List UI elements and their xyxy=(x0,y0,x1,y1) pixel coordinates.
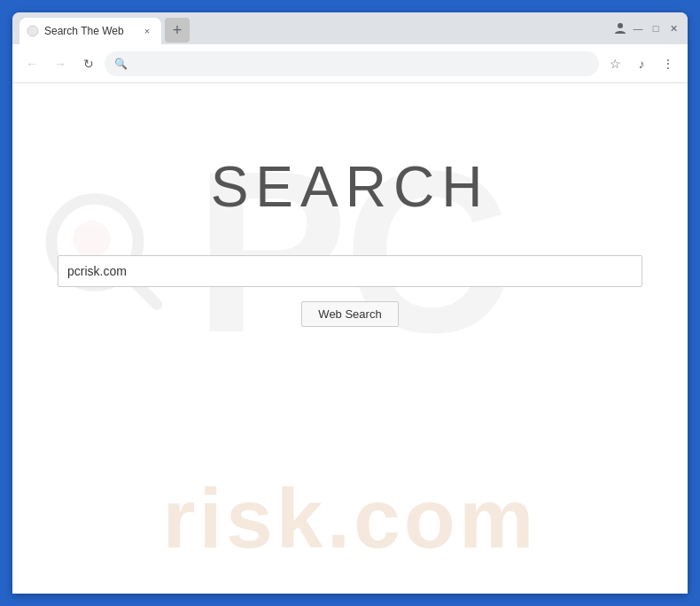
back-button[interactable]: ← xyxy=(19,51,44,76)
account-icon[interactable] xyxy=(613,21,627,35)
web-search-button[interactable]: Web Search xyxy=(301,301,398,327)
bookmark-icon[interactable]: ☆ xyxy=(603,51,627,76)
active-tab[interactable]: Search The Web × xyxy=(19,18,161,44)
search-container: SEARCH Web Search xyxy=(12,154,688,327)
search-input-wrapper xyxy=(58,255,642,287)
search-button-wrapper: Web Search xyxy=(301,301,398,327)
title-bar: Search The Web × + — □ ✕ xyxy=(12,12,688,44)
close-button[interactable]: ✕ xyxy=(666,21,681,35)
toolbar-right-icons: ☆ ♪ ⋮ xyxy=(603,51,681,76)
address-input[interactable] xyxy=(133,57,589,70)
page-content: PC risk.com SEARCH Web Search xyxy=(12,83,688,594)
forward-icon: → xyxy=(54,57,66,71)
svg-point-1 xyxy=(618,23,623,28)
maximize-button[interactable]: □ xyxy=(649,21,663,35)
tab-bar: Search The Web × + xyxy=(12,12,613,44)
menu-icon[interactable]: ⋮ xyxy=(656,51,681,76)
toolbar: ← → ↻ 🔍 ☆ ♪ ⋮ xyxy=(12,44,688,83)
minimize-button[interactable]: — xyxy=(631,21,645,35)
address-search-icon: 🔍 xyxy=(114,58,128,70)
cast-icon[interactable]: ♪ xyxy=(629,51,654,76)
new-tab-button[interactable]: + xyxy=(165,18,190,43)
back-icon: ← xyxy=(26,57,38,71)
search-title: SEARCH xyxy=(211,154,490,220)
svg-point-0 xyxy=(27,26,38,36)
address-bar[interactable]: 🔍 xyxy=(105,51,599,76)
tab-favicon xyxy=(27,25,39,37)
reload-button[interactable]: ↻ xyxy=(76,51,101,76)
watermark-risk-text: risk.com xyxy=(163,470,538,567)
reload-icon: ↻ xyxy=(83,57,94,71)
forward-button[interactable]: → xyxy=(48,51,73,76)
window-controls: — □ ✕ xyxy=(613,12,688,44)
search-input[interactable] xyxy=(58,255,642,287)
tab-close-button[interactable]: × xyxy=(140,24,154,38)
tab-title: Search The Web xyxy=(44,25,135,37)
